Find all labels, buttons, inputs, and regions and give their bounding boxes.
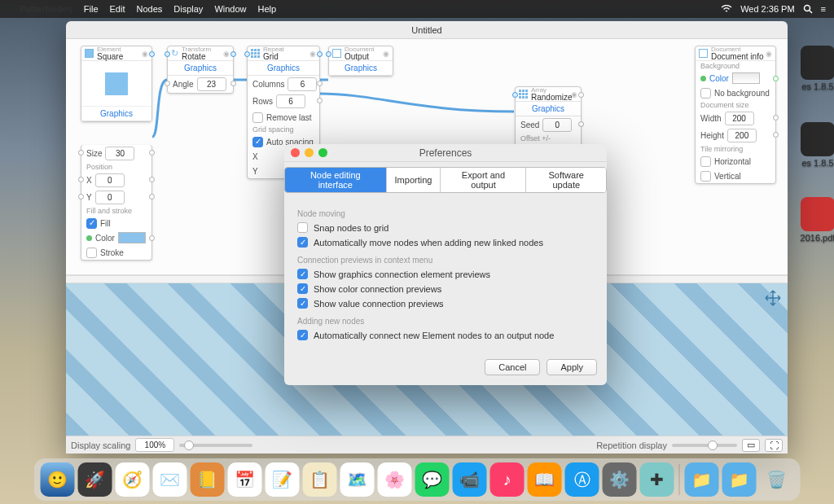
node-document-info[interactable]: DocumentDocument info◉ Background Color … [695,46,776,184]
minimize-icon[interactable] [305,148,314,157]
graphics-tab[interactable]: Graphics [261,61,306,75]
eye-icon[interactable]: ◉ [766,50,772,58]
vertical-checkbox[interactable] [700,171,711,182]
scaling-slider[interactable] [179,444,252,447]
close-icon[interactable] [291,148,300,157]
dock-facetime[interactable]: 📹 [453,462,487,497]
graphics-tab[interactable]: Graphics [525,102,571,116]
window-title: Untitled [411,25,441,35]
show-value-checkbox[interactable] [297,298,308,309]
node-square-props[interactable]: Size Position X Y Fill and stroke Fill C… [81,145,152,261]
tab-node-editing[interactable]: Node editing interface [285,168,386,192]
dock-mail[interactable]: ✉️ [153,462,187,497]
rows-input[interactable] [276,94,305,108]
tab-export[interactable]: Export and output [440,168,525,192]
desktop-item[interactable]: es 1.8.5 [795,46,834,91]
stroke-checkbox[interactable] [86,248,97,258]
view-mode-icon[interactable]: ▭ [742,439,760,452]
auto-move-checkbox[interactable] [297,237,308,248]
no-bg-checkbox[interactable] [700,88,711,99]
dock-appstore[interactable]: Ⓐ [565,462,599,497]
snap-checkbox[interactable] [297,222,308,233]
document-icon [332,49,341,58]
spotlight-icon[interactable] [803,4,813,14]
auto-connect-checkbox[interactable] [297,330,308,340]
show-graphics-checkbox[interactable] [297,269,308,279]
eye-icon[interactable]: ◉ [223,50,230,58]
scaling-input[interactable] [135,438,174,452]
wifi-icon[interactable] [721,5,732,13]
apply-button[interactable]: Apply [546,359,597,375]
dock-messages[interactable]: 💬 [415,462,450,497]
y-input[interactable] [95,191,125,204]
x-input[interactable] [95,173,125,187]
color-swatch[interactable] [118,232,146,243]
dock-notes[interactable]: 📝 [266,462,300,497]
tab-importing[interactable]: Importing [386,168,441,192]
menu-file[interactable]: File [84,4,99,14]
menu-edit[interactable]: Edit [110,4,125,14]
size-input[interactable] [105,147,134,160]
window-titlebar[interactable]: Untitled [66,21,788,39]
horizontal-checkbox[interactable] [700,156,711,167]
auto-spacing-checkbox[interactable] [252,137,263,147]
tab-update[interactable]: Software update [525,168,606,192]
dock-safari[interactable]: 🧭 [116,462,150,497]
dock-ibooks[interactable]: 📖 [528,462,562,497]
desktop-item[interactable]: 2016.pdf [795,197,834,243]
app-name[interactable]: PatterNodes [20,4,72,14]
clock[interactable]: Wed 2:36 PM [740,4,794,14]
preferences-dialog: Preferences Node editing interface Impor… [284,144,607,385]
eye-icon[interactable]: ◉ [142,50,148,58]
zoom-icon[interactable] [318,148,327,157]
dock-contacts[interactable]: 📒 [191,462,225,497]
dock-sysprefs[interactable]: ⚙️ [603,462,637,497]
rotate-icon: ↻ [171,48,178,59]
menu-help[interactable]: Help [258,4,277,14]
node-square[interactable]: ElementSquare◉ Graphics [81,46,152,122]
dock-itunes[interactable]: ♪ [490,462,525,497]
columns-input[interactable] [288,77,317,91]
dock-launchpad[interactable]: 🚀 [78,462,112,497]
bg-color-swatch[interactable] [732,72,760,84]
eye-icon[interactable]: ◉ [309,50,316,58]
height-input[interactable] [727,129,757,142]
fullscreen-icon[interactable]: ⛶ [765,439,783,452]
node-rotate[interactable]: ↻TransformRotate◉ Graphics Angle [167,46,234,94]
desktop-item[interactable]: es 1.8.5 [795,122,834,168]
graphics-tab[interactable]: Graphics [178,61,223,75]
node-output[interactable]: DocumentOutput◉ Graphics [328,46,393,77]
dock-trash[interactable]: 🗑️ [760,462,794,497]
dock-reminders[interactable]: 📋 [303,462,337,497]
cancel-button[interactable]: Cancel [485,359,540,375]
show-color-checkbox[interactable] [297,283,308,294]
graphics-tab[interactable]: Graphics [94,107,139,121]
group-label: Adding new nodes [297,317,594,326]
dock-finder[interactable]: 🙂 [41,462,75,497]
svg-point-0 [804,6,810,11]
seed-input[interactable] [542,118,572,132]
dock-downloads[interactable]: 📁 [722,462,757,497]
eye-icon[interactable]: ◉ [383,50,389,58]
eye-icon[interactable]: ◉ [571,90,577,99]
dock-folder[interactable]: 📁 [685,462,719,497]
dock-maps[interactable]: 🗺️ [340,462,375,497]
dock-photos[interactable]: 🌸 [378,462,412,497]
dialog-titlebar[interactable]: Preferences [284,144,607,162]
dock-calendar[interactable]: 📅 [228,462,262,497]
dialog-title: Preferences [284,147,607,159]
menu-extras-icon[interactable]: ≡ [821,4,826,14]
menu-window[interactable]: Window [214,4,246,14]
width-input[interactable] [725,112,754,125]
dock-patternodes[interactable]: ✚ [640,462,674,497]
remove-last-checkbox[interactable] [252,112,263,123]
array-icon [519,90,528,99]
angle-input[interactable] [197,77,226,91]
repetition-slider[interactable] [672,444,737,447]
move-handle-icon[interactable] [763,288,783,308]
color-port-icon [700,76,706,81]
menu-nodes[interactable]: Nodes [137,4,163,14]
graphics-tab[interactable]: Graphics [338,61,384,75]
fill-checkbox[interactable] [86,218,97,229]
menu-display[interactable]: Display [173,4,203,14]
